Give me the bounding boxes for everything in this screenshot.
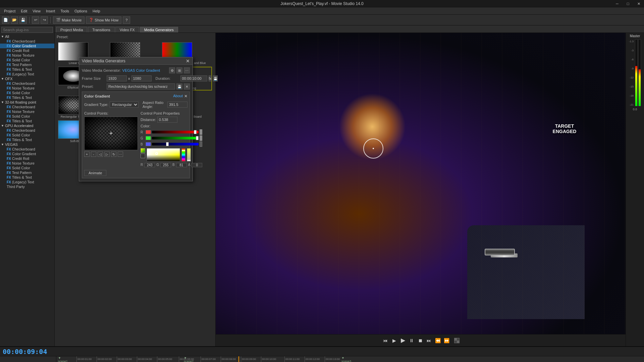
aspect-ratio-input[interactable] (167, 102, 187, 108)
tree-group-header-vegas[interactable]: ▼ VEGAS (0, 142, 54, 147)
preset-save-icon[interactable]: 💾 (176, 83, 182, 89)
tree-group-header-ofx[interactable]: ▼ OFX (0, 76, 54, 81)
tree-item-ofx-checkerboard[interactable]: FX Checkerboard (0, 81, 54, 86)
g-slider-handle[interactable] (200, 135, 202, 141)
tree-item-32bit-solid[interactable]: FX Solid Color (0, 114, 54, 119)
tree-item-noise-texture-1[interactable]: FX Noise Texture (0, 53, 54, 58)
gradient-type-select[interactable]: Rectangular Linear Radial (110, 102, 139, 108)
search-input[interactable] (1, 27, 53, 33)
tree-group-header-gpu[interactable]: ▼ GPU Accelerated (0, 123, 54, 128)
tree-item-vegas-noise[interactable]: FX Noise Texture (0, 161, 54, 166)
tree-item-vegas-titles[interactable]: FX Titles & Text (0, 175, 54, 180)
make-movie-button[interactable]: 🎬 Make Movie (53, 16, 85, 24)
frame-height-input[interactable] (131, 75, 152, 81)
menu-view[interactable]: View (30, 8, 43, 14)
tree-item-32bit-titles[interactable]: FX Titles & Text (0, 119, 54, 123)
distance-input[interactable] (157, 117, 177, 123)
tree-item-vegas-third-party[interactable]: Third Party (0, 184, 54, 189)
b-slider-handle[interactable] (200, 141, 202, 147)
tree-group-header-32bit[interactable]: ▼ 32-bit floating point (0, 100, 54, 105)
tree-item-32bit-checkerboard[interactable]: FX Checkerboard (0, 105, 54, 109)
duration-input[interactable] (180, 75, 207, 81)
b-slider[interactable] (152, 143, 199, 145)
tree-item-vegas-legacy[interactable]: FX (Legacy) Text (0, 180, 54, 184)
tree-item-vegas-checker[interactable]: FX Checkerboard (0, 147, 54, 152)
go-to-start-button[interactable]: ⏮ (382, 337, 389, 344)
dialog-close-button[interactable]: ✕ (186, 58, 190, 64)
menu-insert[interactable]: Insert (43, 8, 58, 14)
b-val-input[interactable] (176, 163, 187, 167)
cp-btn-add[interactable]: + (84, 152, 90, 157)
prev-frame-button[interactable]: ⏪ (434, 337, 441, 344)
tree-item-gpu-solid[interactable]: FX Solid Color (0, 133, 54, 137)
swatch-dark[interactable] (141, 154, 145, 158)
next-frame-button[interactable]: ⏩ (443, 337, 450, 344)
r-slider-handle[interactable] (200, 129, 202, 135)
menu-tools[interactable]: Tools (58, 8, 72, 14)
tab-project-media[interactable]: Project Media (56, 27, 87, 33)
minimize-button[interactable]: ─ (612, 0, 623, 7)
tree-item-ofx-titles[interactable]: FX Titles & Text (0, 95, 54, 100)
dialog-settings-icon[interactable]: ⚙ (169, 67, 175, 73)
stop-button[interactable]: ⏹ (417, 337, 424, 344)
panel-close-btn[interactable]: ✕ (184, 94, 187, 99)
r-val-input[interactable] (144, 163, 155, 167)
tree-item-gpu-checkerboard[interactable]: FX Checkerboard (0, 128, 54, 133)
a-val-input[interactable] (192, 163, 202, 167)
dialog-preset-input[interactable] (107, 83, 175, 89)
g-val-input[interactable] (160, 163, 171, 167)
g-slider[interactable] (152, 137, 199, 139)
animate-button[interactable]: Animate (84, 170, 106, 176)
show-me-how-button[interactable]: ❓ Show Me How (86, 16, 121, 24)
tree-item-vegas-test[interactable]: FX Test Pattern (0, 170, 54, 175)
tree-item-test-pattern-1[interactable]: FX Test Pattern (0, 62, 54, 67)
pause-button[interactable]: ⏸ (408, 337, 415, 344)
go-to-end-button[interactable]: ⏭ (425, 337, 433, 344)
tree-item-titles-text-1[interactable]: FX Titles & Text (0, 67, 54, 72)
menu-edit[interactable]: Edit (18, 8, 30, 14)
sat-val-picker[interactable] (147, 148, 180, 162)
cp-btn-left[interactable]: ◁ (98, 152, 103, 157)
new-project-icon[interactable]: 📄 (2, 16, 9, 24)
tree-item-ofx-noise[interactable]: FX Noise Texture (0, 86, 54, 90)
tree-item-legacy-text-1[interactable]: FX (Legacy) Text (0, 72, 54, 76)
help-button[interactable]: ? (123, 16, 130, 24)
menu-options[interactable]: Options (72, 8, 90, 14)
dialog-grid-icon[interactable]: ⊞ (176, 67, 182, 73)
tab-transitions[interactable]: Transitions (88, 27, 114, 33)
tab-video-fx[interactable]: Video FX (115, 27, 139, 33)
hue-slider[interactable] (181, 148, 185, 162)
play-button[interactable]: ▶ (399, 337, 407, 344)
play-from-start-button[interactable]: ▶ (390, 337, 398, 344)
frame-width-input[interactable] (107, 75, 127, 81)
preset-close-icon[interactable]: ✕ (184, 83, 190, 89)
tree-item-color-gradient[interactable]: FX Color Gradient (0, 44, 54, 48)
tree-item-32bit-noise[interactable]: FX Noise Texture (0, 109, 54, 114)
menu-project[interactable]: Project (1, 8, 18, 14)
alpha-slider[interactable] (187, 148, 191, 162)
tab-media-generators[interactable]: Media Generators (140, 27, 178, 33)
tree-item-solid-color-1[interactable]: FX Solid Color (0, 58, 54, 62)
cp-btn-loop[interactable]: ↻ (111, 152, 116, 157)
tree-group-header-all[interactable]: ▼ All (0, 34, 54, 39)
cp-btn-dots[interactable]: ⋯ (118, 152, 123, 157)
swatch-yellow-green[interactable] (141, 148, 145, 153)
dialog-more-icon[interactable]: ⋯ (184, 67, 190, 73)
open-project-icon[interactable]: 📂 (11, 16, 18, 24)
tree-item-credit-roll-1[interactable]: FX Credit Roll (0, 48, 54, 53)
redo-icon[interactable]: ↪ (41, 16, 48, 24)
tree-item-vegas-solid[interactable]: FX Solid Color (0, 166, 54, 170)
about-link[interactable]: About (173, 94, 183, 99)
duration-fx-icon[interactable]: fx (209, 75, 212, 81)
tree-item-checkerboard-1[interactable]: FX Checkerboard (0, 39, 54, 44)
undo-icon[interactable]: ↩ (32, 16, 39, 24)
tree-item-vegas-credit[interactable]: FX Credit Roll (0, 156, 54, 161)
duration-save-icon[interactable]: 💾 (213, 75, 218, 81)
cp-btn-minus[interactable]: - (91, 152, 96, 157)
cp-btn-right[interactable]: ▷ (104, 152, 110, 157)
menu-help[interactable]: Help (90, 8, 103, 14)
gradient-preview[interactable]: + (84, 117, 138, 150)
close-button[interactable]: ✕ (633, 0, 644, 7)
save-project-icon[interactable]: 💾 (19, 16, 27, 24)
tree-item-gpu-titles[interactable]: FX Titles & Text (0, 137, 54, 142)
